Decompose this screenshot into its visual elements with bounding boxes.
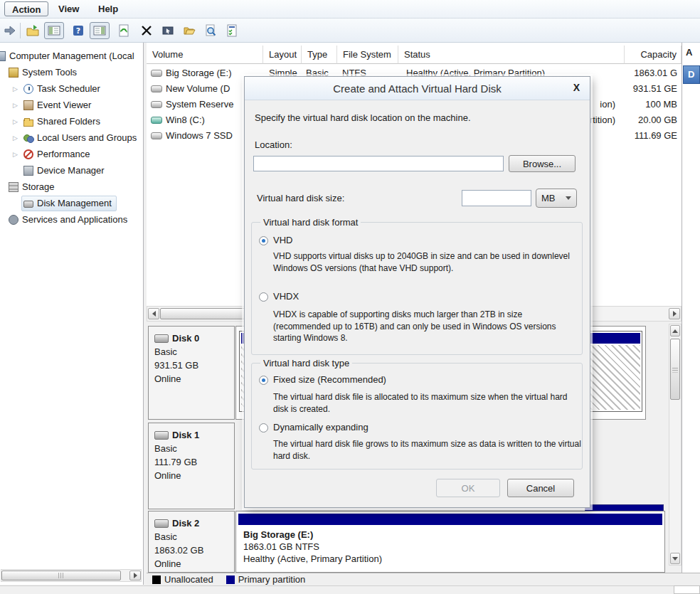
column-header-file-system[interactable]: File System — [337, 46, 398, 64]
tree-item-performance[interactable]: ▷ Performance — [13, 147, 90, 162]
tree-label: System Tools — [22, 65, 77, 80]
location-input[interactable] — [253, 156, 504, 171]
vhd-radio[interactable] — [259, 236, 268, 245]
menu-help[interactable]: Help — [91, 1, 125, 16]
browse-button[interactable]: Browse... — [509, 155, 576, 172]
scrollbar-thumb[interactable] — [670, 339, 680, 400]
scroll-right-button[interactable] — [669, 308, 680, 319]
performance-icon — [23, 149, 33, 159]
disk-size: 111.79 GB — [154, 455, 234, 469]
tree-item-storage[interactable]: Storage — [9, 179, 55, 195]
tree-item-computer-management[interactable]: Computer Management (Local — [0, 48, 134, 64]
disk2-label-box[interactable]: Disk 2 Basic 1863.02 GB Online — [148, 511, 235, 573]
chevron-down-icon — [566, 196, 571, 200]
vhd-radio-label[interactable]: VHD — [273, 235, 292, 245]
expand-icon[interactable]: ▷ — [13, 130, 20, 146]
disk-type: Basic — [154, 442, 234, 455]
toolbar: ? — [0, 18, 700, 43]
export-list-icon[interactable] — [24, 22, 41, 39]
disk-status: Online — [154, 557, 234, 571]
volume-capacity: 100 MB — [625, 97, 677, 112]
tree-item-task-scheduler[interactable]: ▷ Task Scheduler — [13, 81, 100, 97]
tree-item-local-users-groups[interactable]: ▷ Local Users and Groups — [13, 130, 137, 146]
format-group-title: Virtual hard disk format — [260, 217, 361, 228]
tree-label: Services and Applications — [22, 212, 127, 228]
volume-capacity: 111.69 GE — [625, 128, 677, 144]
sidebar-hscrollbar[interactable] — [1, 569, 142, 582]
help-icon[interactable]: ? — [70, 22, 87, 39]
disk-name: Disk 2 — [172, 518, 199, 529]
vhdx-radio-label[interactable]: VHDX — [273, 291, 299, 302]
partition-status: Healthy (Active, Primary Partition) — [243, 553, 382, 565]
expand-icon[interactable]: ▷ — [13, 97, 20, 113]
report-icon[interactable] — [223, 22, 240, 39]
tree-label: Shared Folders — [37, 114, 100, 129]
search-icon[interactable] — [202, 22, 219, 39]
cancel-button[interactable]: Cancel — [507, 479, 574, 497]
size-unit-select[interactable]: MB — [536, 189, 577, 208]
scroll-down-button[interactable] — [670, 553, 680, 564]
status-bar — [0, 585, 700, 594]
close-icon[interactable]: X — [573, 82, 580, 93]
tree-item-event-viewer[interactable]: ▷ Event Viewer — [13, 97, 91, 113]
tree-label: Task Scheduler — [37, 81, 100, 97]
volume-capacity: 931.51 GE — [625, 81, 677, 97]
services-icon — [9, 215, 18, 225]
forward-icon[interactable] — [1, 22, 18, 39]
disk2-partition-big-storage[interactable]: Big Storage (E:) 1863.01 GB NTFS Healthy… — [235, 511, 665, 573]
scroll-left-button[interactable] — [148, 308, 159, 319]
users-icon — [23, 133, 33, 143]
expand-icon[interactable]: ▷ — [13, 147, 20, 162]
scrollbar-thumb[interactable] — [1, 571, 121, 580]
vhdx-radio[interactable] — [259, 292, 268, 302]
disk-drive-icon — [154, 519, 169, 528]
tree-item-disk-management[interactable]: Disk Management — [21, 196, 117, 211]
actions-pane-section[interactable]: D — [683, 65, 700, 84]
volume-icon — [151, 70, 162, 77]
partition-color-bar — [238, 514, 662, 525]
legend-unallocated-label: Unallocated — [164, 574, 213, 585]
toolbar-separator — [20, 23, 21, 38]
column-header-type[interactable]: Type — [302, 46, 337, 64]
expand-icon[interactable]: ▷ — [13, 81, 20, 97]
column-header-capacity[interactable]: Capacity — [625, 46, 682, 64]
disk-name: Disk 0 — [172, 333, 199, 344]
dynamically-expanding-description: The virtual hard disk file grows to its … — [273, 438, 583, 462]
disk1-label-box[interactable]: Disk 1 Basic 111.79 GB Online — [148, 423, 235, 509]
expand-icon[interactable]: ▷ — [13, 114, 20, 129]
fixed-size-radio-label[interactable]: Fixed size (Recommended) — [273, 374, 386, 385]
column-header-volume[interactable]: Volume — [147, 46, 263, 64]
disk0-label-box[interactable]: Disk 0 Basic 931.51 GB Online — [148, 326, 235, 420]
scroll-right-button[interactable] — [129, 571, 141, 580]
delete-icon[interactable] — [138, 22, 155, 39]
size-unit-value: MB — [541, 193, 556, 203]
storage-icon — [9, 182, 18, 192]
menu-view[interactable]: View — [51, 1, 86, 16]
refresh-icon[interactable] — [115, 22, 132, 39]
disk-area-vscrollbar[interactable] — [669, 324, 682, 566]
volume-name: Big Storage (E:) — [166, 68, 232, 78]
tree-item-device-manager[interactable]: ▷ Device Manager — [13, 163, 105, 179]
open-folder-icon[interactable] — [181, 22, 198, 39]
size-input[interactable] — [462, 190, 531, 206]
tree-item-system-tools[interactable]: System Tools — [9, 65, 77, 80]
volume-icon — [151, 85, 162, 92]
tree-item-services-applications[interactable]: Services and Applications — [9, 212, 127, 228]
primary-partition-swatch — [226, 576, 235, 584]
ok-button: OK — [436, 479, 500, 497]
legend-primary-partition-label: Primary partition — [238, 574, 306, 585]
show-action-pane-icon[interactable] — [90, 22, 110, 39]
tree-label: Computer Management (Local — [9, 48, 134, 64]
fixed-size-radio[interactable] — [259, 376, 268, 385]
column-header-layout[interactable]: Layout — [263, 46, 302, 64]
clock-icon — [23, 84, 33, 94]
scroll-up-button[interactable] — [670, 325, 680, 336]
volume-icon — [151, 132, 162, 139]
properties-icon[interactable] — [159, 22, 176, 39]
menu-action[interactable]: Action — [4, 1, 48, 16]
show-console-tree-icon[interactable] — [44, 22, 64, 39]
dynamically-expanding-radio-label[interactable]: Dynamically expanding — [273, 422, 368, 433]
dynamically-expanding-radio[interactable] — [259, 423, 268, 433]
tree-item-shared-folders[interactable]: ▷ Shared Folders — [13, 114, 100, 129]
column-header-status[interactable]: Status — [398, 46, 625, 64]
